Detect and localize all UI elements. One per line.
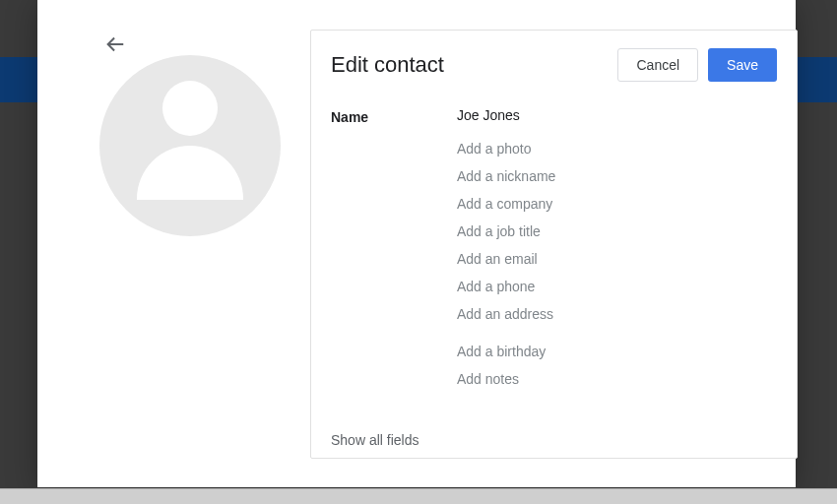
form-row-name: Name Joe Jones Add a photo Add a nicknam…	[331, 107, 777, 387]
save-button[interactable]: Save	[708, 48, 777, 82]
arrow-left-icon	[104, 33, 126, 55]
panel-title: Edit contact	[331, 52, 444, 78]
add-email-link[interactable]: Add an email	[457, 245, 777, 273]
edit-panel: Edit contact Cancel Save Name Joe Jones …	[310, 30, 798, 459]
bottom-bar	[0, 488, 837, 504]
cancel-button[interactable]: Cancel	[617, 48, 698, 82]
add-jobtitle-link[interactable]: Add a job title	[457, 218, 777, 245]
header-buttons: Cancel Save	[617, 48, 777, 82]
add-notes-link[interactable]: Add notes	[457, 365, 777, 387]
add-nickname-link[interactable]: Add a nickname	[457, 162, 777, 190]
add-company-link[interactable]: Add a company	[457, 190, 777, 218]
contact-avatar-placeholder[interactable]	[99, 55, 281, 236]
name-label: Name	[331, 107, 457, 125]
avatar-head-icon	[162, 81, 218, 136]
panel-header: Edit contact Cancel Save	[311, 31, 797, 92]
value-column: Joe Jones Add a photo Add a nickname Add…	[457, 107, 777, 387]
add-photo-link[interactable]: Add a photo	[457, 135, 777, 162]
edit-contact-modal: Edit contact Cancel Save Name Joe Jones …	[37, 0, 796, 487]
add-birthday-link[interactable]: Add a birthday	[457, 338, 777, 365]
show-all-fields-link[interactable]: Show all fields	[331, 432, 419, 448]
form-body: Name Joe Jones Add a photo Add a nicknam…	[311, 92, 797, 387]
back-arrow-button[interactable]	[104, 33, 126, 59]
avatar-body-icon	[137, 146, 243, 200]
add-phone-link[interactable]: Add a phone	[457, 273, 777, 300]
add-address-link[interactable]: Add an address	[457, 300, 777, 328]
name-value[interactable]: Joe Jones	[457, 107, 777, 135]
